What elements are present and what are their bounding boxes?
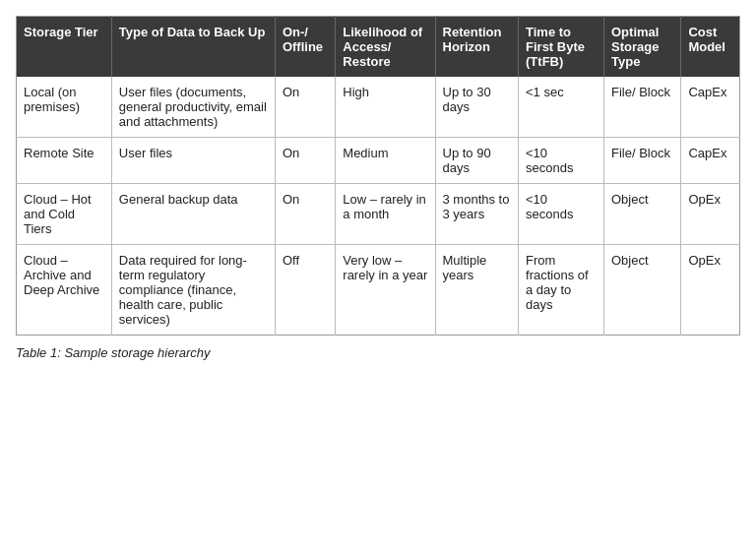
table-cell-row1-col2: On <box>275 138 335 184</box>
col-header-retention: Retention Horizon <box>435 17 519 78</box>
table-cell-row0-col4: Up to 30 days <box>435 77 519 138</box>
storage-hierarchy-table: Storage Tier Type of Data to Back Up On-… <box>16 16 740 336</box>
table-cell-row0-col3: High <box>336 77 435 138</box>
table-cell-row1-col5: <10 seconds <box>519 138 604 184</box>
table-cell-row1-col0: Remote Site <box>17 138 112 184</box>
table-cell-row3-col0: Cloud – Archive and Deep Archive <box>17 245 112 336</box>
table-cell-row2-col7: OpEx <box>681 184 740 245</box>
col-header-likelihood: Likelihood of Access/ Restore <box>336 17 435 78</box>
col-header-storage-tier: Storage Tier <box>17 17 112 78</box>
table-cell-row3-col4: Multiple years <box>435 245 519 336</box>
table-cell-row3-col6: Object <box>604 245 681 336</box>
table-cell-row2-col0: Cloud – Hot and Cold Tiers <box>17 184 112 245</box>
table-cell-row2-col5: <10 seconds <box>519 184 604 245</box>
col-header-optimal-storage: Optimal Storage Type <box>604 17 681 78</box>
table-row: Cloud – Archive and Deep ArchiveData req… <box>17 245 740 336</box>
col-header-ttfb: Time to First Byte (TtFB) <box>519 17 604 78</box>
table-cell-row1-col3: Medium <box>336 138 435 184</box>
table-cell-row0-col7: CapEx <box>681 77 740 138</box>
table-header-row: Storage Tier Type of Data to Back Up On-… <box>17 17 740 78</box>
table-cell-row1-col4: Up to 90 days <box>435 138 519 184</box>
table-cell-row0-col1: User files (documents, general productiv… <box>111 77 275 138</box>
table-cell-row3-col2: Off <box>275 245 335 336</box>
table-cell-row3-col7: OpEx <box>681 245 740 336</box>
table-cell-row0-col6: File/ Block <box>604 77 681 138</box>
table-cell-row2-col3: Low – rarely in a month <box>336 184 435 245</box>
table-row: Remote SiteUser filesOnMediumUp to 90 da… <box>17 138 740 184</box>
table-cell-row0-col0: Local (on premises) <box>17 77 112 138</box>
table-row: Local (on premises)User files (documents… <box>17 77 740 138</box>
table-cell-row3-col1: Data required for long-term regulatory c… <box>111 245 275 336</box>
table-cell-row2-col1: General backup data <box>111 184 275 245</box>
table-cell-row2-col4: 3 months to 3 years <box>435 184 519 245</box>
table-cell-row2-col2: On <box>275 184 335 245</box>
table-row: Cloud – Hot and Cold TiersGeneral backup… <box>17 184 740 245</box>
table-cell-row1-col7: CapEx <box>681 138 740 184</box>
table-cell-row2-col6: Object <box>604 184 681 245</box>
table-cell-row0-col2: On <box>275 77 335 138</box>
table-cell-row3-col3: Very low – rarely in a year <box>336 245 435 336</box>
table-cell-row0-col5: <1 sec <box>519 77 604 138</box>
table-cell-row1-col6: File/ Block <box>604 138 681 184</box>
table-cell-row3-col5: From fractions of a day to days <box>519 245 604 336</box>
col-header-type-of-data: Type of Data to Back Up <box>111 17 275 78</box>
table-container: Storage Tier Type of Data to Back Up On-… <box>16 16 740 360</box>
table-cell-row1-col1: User files <box>111 138 275 184</box>
col-header-cost-model: Cost Model <box>681 17 740 78</box>
table-caption: Table 1: Sample storage hierarchy <box>16 345 740 360</box>
col-header-on-offline: On-/ Offline <box>275 17 335 78</box>
